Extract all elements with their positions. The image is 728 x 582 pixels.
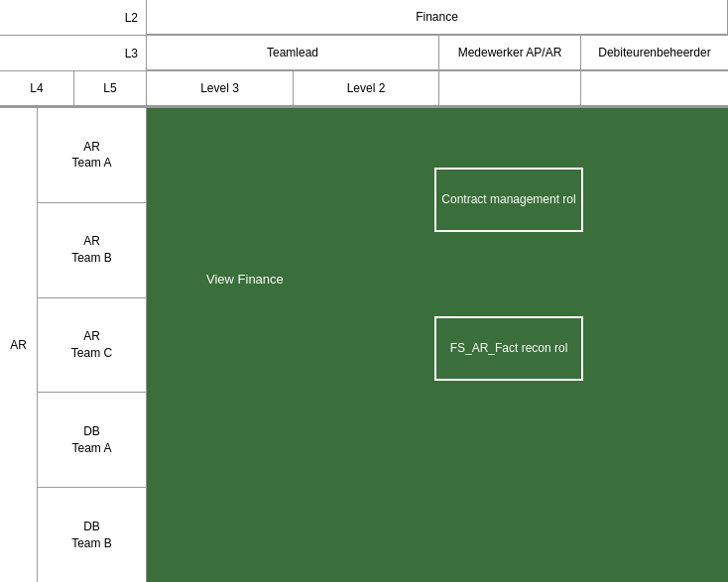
l4-label: L4 xyxy=(0,71,74,106)
list-item: DBTeam B xyxy=(38,488,146,582)
fs-ar-fact-box: FS_AR_Fact recon rol xyxy=(434,316,583,381)
finance-cell: Finance xyxy=(147,0,728,35)
main-body: AR ARTeam A ARTeam B ARTeam C DBTeam A D… xyxy=(0,107,728,582)
medewerker-cell: Medewerker AP/AR xyxy=(439,36,581,70)
empty-header-1 xyxy=(439,71,581,106)
debiteur-cell: Debiteurenbeheerder xyxy=(581,36,728,70)
ar-section-label: AR xyxy=(0,108,38,582)
left-panel: AR ARTeam A ARTeam B ARTeam C DBTeam A D… xyxy=(0,108,147,582)
l5-label: L5 xyxy=(74,71,147,106)
list-item: ARTeam C xyxy=(38,298,146,394)
l2-label: L2 xyxy=(0,0,147,35)
team-list: ARTeam A ARTeam B ARTeam C DBTeam A DBTe… xyxy=(38,108,146,582)
level3-cell: Level 3 xyxy=(147,71,294,106)
view-finance-label: View Finance xyxy=(206,272,284,287)
level2-cell: Level 2 xyxy=(294,71,439,106)
list-item: ARTeam A xyxy=(38,108,146,203)
list-item: ARTeam B xyxy=(38,203,146,298)
ar-section: AR ARTeam A ARTeam B ARTeam C DBTeam A D… xyxy=(0,108,146,582)
l3-label: L3 xyxy=(0,36,147,70)
empty-header-2 xyxy=(581,71,728,106)
row-l3: L3 Teamlead Medewerker AP/AR Debiteurenb… xyxy=(0,36,728,71)
list-item: DBTeam A xyxy=(38,393,146,488)
green-area: Contract management rol View Finance FS_… xyxy=(147,108,728,582)
teamlead-cell: Teamlead xyxy=(147,36,439,70)
row-l4: L4 L5 Level 3 Level 2 xyxy=(0,71,728,107)
header-area: L2 Finance L3 Teamlead Medewerker AP/AR … xyxy=(0,0,728,107)
row-l2: L2 Finance xyxy=(0,0,728,36)
contract-management-box: Contract management rol xyxy=(434,168,583,232)
